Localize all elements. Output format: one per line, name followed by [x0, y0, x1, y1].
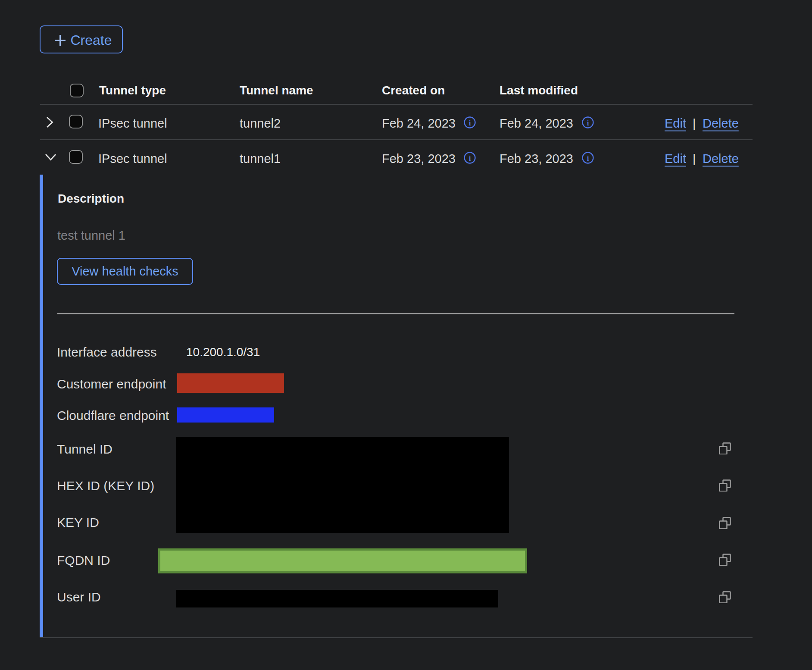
svg-text:i: i	[587, 119, 589, 127]
svg-text:i: i	[587, 154, 589, 163]
svg-text:i: i	[469, 154, 471, 163]
svg-text:i: i	[469, 119, 471, 127]
